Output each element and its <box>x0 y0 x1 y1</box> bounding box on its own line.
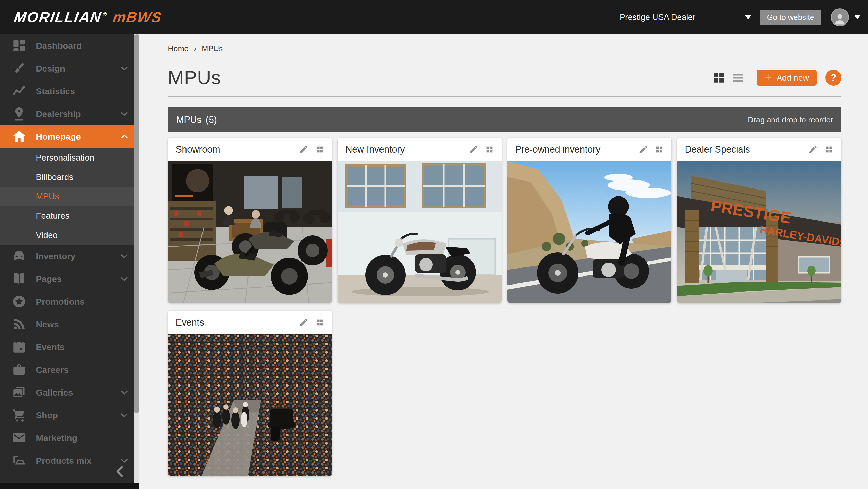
events-icon <box>11 339 27 355</box>
breadcrumb-separator: › <box>194 44 196 53</box>
mpu-card-dealer-specials[interactable]: Dealer Specials <box>677 138 841 303</box>
sidebar-item-label: Pages <box>36 274 119 284</box>
edit-pencil-icon[interactable] <box>808 144 818 154</box>
sidebar-item-label: Dashboard <box>36 41 130 51</box>
sidebar-navigation: Dashboard Design Statistics Dealership H… <box>0 34 140 489</box>
sidebar-item-news[interactable]: News <box>0 313 140 336</box>
edit-pencil-icon[interactable] <box>299 144 309 154</box>
sidebar-item-label: News <box>36 319 130 329</box>
showroom-image <box>168 161 332 303</box>
edit-pencil-icon[interactable] <box>638 144 648 154</box>
sidebar-item-label: Shop <box>36 410 119 420</box>
drag-handle-icon[interactable] <box>825 145 833 154</box>
sidebar-item-galleries[interactable]: Galleries <box>0 381 140 404</box>
edit-pencil-icon[interactable] <box>299 318 309 327</box>
drag-handle-icon[interactable] <box>315 145 324 154</box>
edit-pencil-icon[interactable] <box>469 144 478 154</box>
new-inventory-image <box>338 161 502 303</box>
add-new-button[interactable]: + Add new <box>757 70 816 86</box>
marketing-icon <box>11 430 27 445</box>
chevron-down-icon <box>119 108 130 119</box>
sidebar-item-dashboard[interactable]: Dashboard <box>0 34 140 57</box>
homepage-icon <box>11 129 27 144</box>
submenu-item-personalisation[interactable]: Personalisation <box>0 148 140 167</box>
sidebar-scrollbar-track[interactable] <box>134 34 140 489</box>
sidebar-item-pages[interactable]: Pages <box>0 267 140 290</box>
top-header-bar: MORILLIAN ® mBWS Prestige USA Dealer Go … <box>0 0 868 34</box>
card-title: Events <box>176 317 299 328</box>
grid-view-toggle[interactable] <box>712 71 725 84</box>
dealer-selector[interactable]: Prestige USA Dealer <box>620 12 751 22</box>
submenu-item-video[interactable]: Video <box>0 225 140 245</box>
add-new-label: Add new <box>777 73 809 83</box>
sidebar-item-events[interactable]: Events <box>0 336 140 358</box>
sidebar-bottom-strip <box>0 483 140 489</box>
sidebar-item-label: Events <box>36 342 130 352</box>
main-content: Home › MPUs MPUs + Add new ? MPUs(5) Dra… <box>140 34 868 489</box>
sidebar-item-dealership[interactable]: Dealership <box>0 102 140 125</box>
events-image <box>168 334 332 476</box>
inventory-icon <box>11 249 27 264</box>
sidebar-item-careers[interactable]: Careers <box>0 358 140 381</box>
submenu-item-mpus[interactable]: MPUs <box>0 187 140 206</box>
mpu-card-new-inventory[interactable]: New Inventory <box>338 138 502 303</box>
section-title: MPUs(5) <box>176 115 217 125</box>
statistics-icon <box>11 84 27 99</box>
dealership-icon <box>11 106 27 121</box>
chevron-down-icon <box>119 410 130 421</box>
card-title: Pre-owned inventory <box>515 144 638 155</box>
pages-icon <box>11 271 27 286</box>
brand-logo: MORILLIAN ® mBWS <box>13 9 163 26</box>
chevron-down-icon <box>119 273 130 284</box>
preowned-inventory-image <box>507 161 672 303</box>
careers-icon <box>11 362 27 377</box>
page-title: MPUs <box>168 67 221 88</box>
sidebar-item-homepage[interactable]: Homepage <box>0 125 140 148</box>
sidebar-item-statistics[interactable]: Statistics <box>0 80 140 102</box>
card-title: New Inventory <box>345 144 469 155</box>
help-button[interactable]: ? <box>826 70 841 86</box>
section-count: (5) <box>206 115 217 125</box>
mpu-card-grid: Showroom <box>168 138 841 476</box>
chevron-up-icon <box>119 131 130 142</box>
mpus-section-bar: MPUs(5) Drag and drop to reorder <box>168 107 841 132</box>
sidebar-item-promotions[interactable]: Promotions <box>0 290 140 313</box>
dealer-specials-image: PRESTIGE HARLEY-DAVIDSON <box>677 161 841 303</box>
avatar[interactable] <box>831 8 849 26</box>
drag-handle-icon[interactable] <box>315 318 324 327</box>
dealer-selector-label: Prestige USA Dealer <box>620 12 695 22</box>
breadcrumb-home-link[interactable]: Home <box>168 44 189 53</box>
go-to-website-button[interactable]: Go to website <box>760 10 822 25</box>
brand-name: MORILLIAN <box>13 9 102 26</box>
page-toolbar: + Add new ? <box>712 70 841 86</box>
list-view-toggle[interactable] <box>732 71 745 84</box>
sidebar-item-label: Promotions <box>36 297 130 307</box>
sidebar-item-inventory[interactable]: Inventory <box>0 245 140 267</box>
news-icon <box>11 317 27 332</box>
mpu-card-events[interactable]: Events <box>168 311 332 476</box>
sidebar-item-design[interactable]: Design <box>0 57 140 80</box>
mpu-card-showroom[interactable]: Showroom <box>168 138 332 303</box>
sidebar-item-label: Products mix <box>36 456 119 466</box>
submenu-item-features[interactable]: Features <box>0 206 140 225</box>
homepage-submenu: Personalisation Billboards MPUs Features… <box>0 148 140 245</box>
submenu-item-billboards[interactable]: Billboards <box>0 167 140 187</box>
card-title: Dealer Specials <box>685 144 808 155</box>
sidebar-collapse-button[interactable] <box>113 463 128 480</box>
avatar-person-icon <box>833 11 847 26</box>
sidebar-item-label: Design <box>36 64 119 73</box>
sidebar-item-label: Homepage <box>36 132 119 142</box>
header-right-controls: Prestige USA Dealer Go to website <box>620 8 860 26</box>
sidebar-scrollbar-thumb[interactable] <box>134 34 140 413</box>
sidebar-item-label: Inventory <box>36 251 119 261</box>
products-mix-icon <box>11 453 27 468</box>
sidebar-item-shop[interactable]: Shop <box>0 404 140 426</box>
sidebar-item-marketing[interactable]: Marketing <box>0 426 140 449</box>
user-menu-caret-icon[interactable] <box>855 15 860 19</box>
drag-handle-icon[interactable] <box>655 145 664 154</box>
mpu-card-preowned-inventory[interactable]: Pre-owned inventory <box>507 138 672 303</box>
brand-suffix: mBWS <box>112 9 163 26</box>
section-title-text: MPUs <box>176 115 202 125</box>
drag-handle-icon[interactable] <box>485 145 494 154</box>
grid-view-icon <box>712 71 725 84</box>
